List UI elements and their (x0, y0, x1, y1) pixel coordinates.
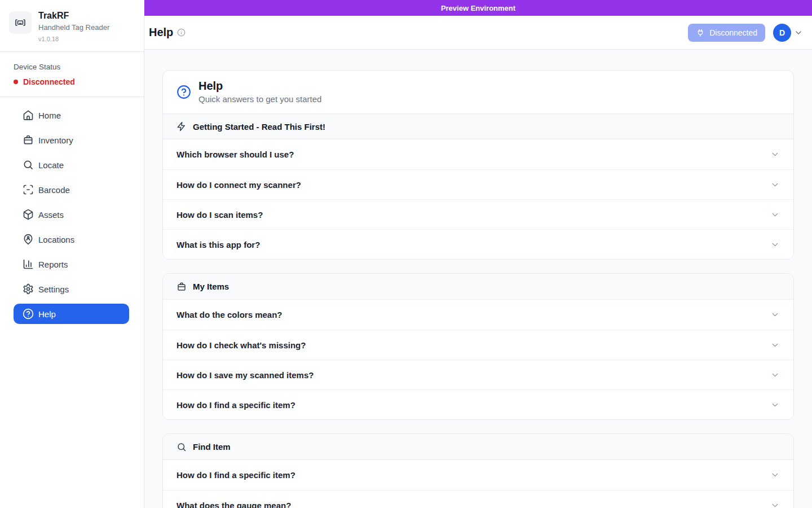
faq-row[interactable]: What does the gauge mean? (163, 490, 793, 508)
faq-question: What does the gauge mean? (176, 501, 291, 508)
sidebar-item-home[interactable]: Home (14, 105, 129, 125)
page-title: Help (149, 26, 173, 39)
sidebar-item-assets[interactable]: Assets (14, 204, 129, 225)
sidebar-item-locate[interactable]: Locate (14, 155, 129, 175)
sidebar-item-label: Home (38, 111, 61, 120)
device-status-row: Disconnected (14, 77, 130, 86)
faq-question: How do I find a specific item? (176, 470, 295, 480)
chevron-down-icon (770, 210, 780, 220)
faq-question: How do I connect my scanner? (176, 180, 301, 190)
sidebar-item-label: Assets (38, 210, 64, 220)
main-column: Preview Environment Help Disconnected D (144, 0, 812, 508)
faq-row[interactable]: How do I find a specific item? (163, 389, 793, 419)
rfid-tag-logo-icon (9, 11, 32, 34)
chevron-down-icon (770, 150, 780, 159)
zap-icon (176, 121, 187, 132)
faq-row[interactable]: What do the colors mean? (163, 300, 793, 330)
package-icon (23, 209, 34, 220)
plug-icon (696, 28, 705, 37)
page-header: Help Disconnected D (144, 16, 812, 50)
help-card-heading: Help Quick answers to get you started (198, 79, 321, 105)
banner-text: Preview Environment (441, 4, 515, 12)
faq-question: How do I scan items? (176, 210, 263, 220)
chevron-down-icon (770, 340, 780, 350)
device-status-panel: Device Status Disconnected (0, 52, 144, 97)
avatar-initial: D (779, 28, 785, 37)
inventory-icon (176, 282, 187, 292)
section-getting-started: Getting Started - Read This First! (163, 113, 793, 139)
chevron-down-icon (770, 400, 780, 410)
help-page-content: Help Quick answers to get you started Ge… (144, 50, 812, 508)
sidebar-item-locations[interactable]: Locations (14, 229, 129, 249)
sidebar-item-label: Barcode (38, 185, 70, 195)
bar-chart-icon (23, 259, 34, 270)
status-dot-icon (14, 80, 18, 84)
help-circle-icon (176, 85, 191, 99)
barcode-scan-icon (23, 184, 34, 195)
sidebar-item-help[interactable]: Help (14, 304, 129, 324)
connection-status-label: Disconnected (709, 28, 757, 37)
section-title: Getting Started - Read This First! (193, 122, 325, 132)
map-pin-icon (23, 234, 34, 245)
faq-question: Which browser should I use? (176, 150, 294, 159)
faq-row[interactable]: How do I scan items? (163, 199, 793, 229)
faq-row[interactable]: How do I save my scanned items? (163, 360, 793, 389)
home-icon (23, 110, 34, 121)
faq-question: What do the colors mean? (176, 310, 283, 319)
info-icon[interactable] (177, 28, 186, 37)
app-brand: TrakRF Handheld Tag Reader v1.0.18 (0, 0, 144, 52)
sidebar-item-reports[interactable]: Reports (14, 254, 129, 274)
chevron-down-icon (770, 310, 780, 319)
chevron-down-icon[interactable] (794, 28, 803, 37)
faq-question: What is this app for? (176, 240, 260, 249)
help-card-title: Help (198, 79, 321, 93)
sidebar-item-label: Reports (38, 260, 68, 269)
chevron-down-icon (770, 240, 780, 249)
chevron-down-icon (770, 501, 780, 508)
help-card-header: Help Quick answers to get you started (163, 71, 793, 113)
section-my-items: My Items (163, 274, 793, 300)
faq-question: How do I save my scanned items? (176, 370, 314, 380)
gear-icon (23, 283, 34, 295)
device-status-label: Device Status (14, 63, 130, 71)
help-circle-icon (23, 308, 34, 319)
faq-row[interactable]: How do I check what's missing? (163, 330, 793, 360)
sidebar-item-label: Settings (38, 284, 69, 294)
sidebar-item-inventory[interactable]: Inventory (14, 130, 129, 150)
sidebar-item-settings[interactable]: Settings (14, 279, 129, 299)
faq-row[interactable]: How do I connect my scanner? (163, 169, 793, 199)
section-title: My Items (193, 282, 229, 291)
help-card-subtitle: Quick answers to get you started (198, 94, 321, 105)
sidebar-item-label: Help (38, 309, 56, 319)
header-actions: Disconnected D (688, 24, 803, 42)
section-title: Find Item (193, 442, 231, 452)
search-icon (23, 159, 34, 170)
faq-row[interactable]: What is this app for? (163, 229, 793, 259)
device-status-value: Disconnected (23, 77, 75, 86)
brand-text: TrakRF Handheld Tag Reader v1.0.18 (38, 10, 109, 43)
search-icon (176, 442, 187, 452)
chevron-down-icon (770, 470, 780, 480)
connection-status-button[interactable]: Disconnected (688, 24, 765, 42)
sidebar: TrakRF Handheld Tag Reader v1.0.18 Devic… (0, 0, 144, 508)
sidebar-item-label: Inventory (38, 135, 73, 145)
section-find-item: Find Item (163, 434, 793, 460)
sidebar-item-label: Locations (38, 235, 74, 244)
app-name: TrakRF (38, 10, 109, 21)
faq-row[interactable]: Which browser should I use? (163, 139, 793, 169)
faq-question: How do I find a specific item? (176, 400, 295, 410)
sidebar-item-barcode[interactable]: Barcode (14, 179, 129, 200)
app-version: v1.0.18 (38, 34, 109, 43)
my-items-card: My Items What do the colors mean? How do… (162, 273, 794, 420)
chevron-down-icon (770, 180, 780, 190)
find-item-card: Find Item How do I find a specific item?… (162, 433, 794, 508)
faq-row[interactable]: How do I find a specific item? (163, 460, 793, 490)
chevron-down-icon (770, 370, 780, 380)
app-subtitle: Handheld Tag Reader (38, 23, 109, 33)
avatar[interactable]: D (773, 24, 791, 42)
sidebar-item-label: Locate (38, 160, 64, 170)
preview-environment-banner: Preview Environment (144, 0, 812, 16)
sidebar-nav: Home Inventory Locate Barcode Assets (0, 97, 144, 336)
inventory-icon (23, 134, 34, 146)
faq-question: How do I check what's missing? (176, 340, 306, 350)
